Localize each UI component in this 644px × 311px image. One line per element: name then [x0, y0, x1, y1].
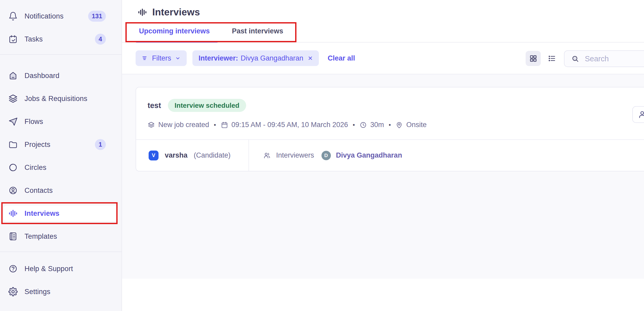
job-stage: New job created — [148, 121, 209, 129]
gear-icon — [8, 287, 18, 296]
sidebar-item-label: Projects — [25, 141, 88, 149]
filters-button[interactable]: Filters — [136, 50, 187, 66]
sidebar-item-circles[interactable]: Circles — [4, 160, 118, 175]
clear-all-link[interactable]: Clear all — [328, 54, 355, 62]
sidebar-item-tasks[interactable]: Tasks 4 — [4, 31, 118, 47]
interview-meta-row: New job created • 09:15 AM - 09:45 AM, 1… — [148, 121, 644, 129]
home-icon — [8, 71, 18, 80]
folder-icon — [8, 140, 18, 149]
sidebar-divider — [0, 252, 121, 252]
list-view-button[interactable] — [544, 51, 560, 66]
interviewers-label: Interviewers — [276, 151, 314, 159]
user-icon — [638, 110, 644, 119]
interview-time: 09:15 AM - 09:45 AM, 10 March 2026 — [221, 121, 348, 129]
interview-duration: 30m — [360, 121, 384, 129]
sidebar-item-label: Interviews — [25, 210, 113, 218]
tasks-count-badge: 4 — [95, 34, 106, 45]
grid-view-icon — [529, 54, 537, 63]
tab-past-interviews[interactable]: Past interviews — [232, 27, 283, 42]
candidate-name: varsha — [165, 151, 187, 159]
participants-row: V varsha (Candidate) Interviewers D Divy… — [136, 140, 644, 171]
sidebar-item-label: Contacts — [25, 187, 113, 195]
status-badge: Interview scheduled — [168, 99, 246, 112]
filter-chip-label: Interviewer: — [199, 54, 238, 62]
chevron-down-icon — [175, 55, 181, 61]
user-circle-icon — [8, 186, 18, 195]
sidebar-item-projects[interactable]: Projects 1 — [4, 137, 118, 152]
sidebar-item-label: Templates — [25, 232, 113, 241]
sidebar-divider — [0, 54, 121, 55]
sidebar-item-settings[interactable]: Settings — [4, 284, 118, 300]
notifications-count-badge: 131 — [88, 11, 106, 22]
sidebar-item-interviews[interactable]: Interviews — [4, 206, 118, 221]
interview-location: Onsite — [396, 121, 427, 129]
calendar-check-icon — [8, 34, 18, 44]
paper-plane-icon — [8, 117, 18, 126]
candidate-role: (Candidate) — [194, 151, 230, 159]
remove-filter-icon[interactable]: × — [308, 54, 313, 62]
candidate-avatar: V — [149, 151, 159, 160]
clock-icon — [360, 121, 367, 129]
layers-icon — [148, 121, 155, 129]
sidebar-item-label: Tasks — [25, 35, 88, 43]
calendar-icon — [221, 121, 228, 129]
projects-count-badge: 1 — [95, 139, 106, 150]
help-circle-icon — [8, 264, 18, 273]
interviewer-avatar: D — [321, 151, 331, 160]
filter-chip-interviewer[interactable]: Interviewer: Divya Gangadharan × — [192, 50, 319, 66]
waveform-icon — [8, 209, 18, 218]
sidebar-item-label: Circles — [25, 164, 113, 172]
filter-chip-value: Divya Gangadharan — [241, 54, 303, 62]
tab-upcoming-interviews[interactable]: Upcoming interviews — [139, 27, 210, 42]
list-view-icon — [548, 54, 556, 63]
sidebar-item-flows[interactable]: Flows — [4, 114, 118, 129]
sidebar-item-label: Jobs & Requisitions — [25, 95, 113, 103]
users-icon — [263, 152, 271, 159]
sidebar-item-notifications[interactable]: Notifications 131 — [4, 8, 118, 24]
sidebar-item-help-support[interactable]: Help & Support — [4, 261, 118, 277]
candidate-cell[interactable]: V varsha (Candidate) — [136, 140, 248, 171]
tab-bar: Upcoming interviews Past interviews — [122, 19, 644, 43]
sidebar-item-label: Notifications — [25, 12, 81, 20]
interview-card-summary: test Interview scheduled New job created… — [136, 87, 644, 139]
dot-separator: • — [353, 121, 355, 129]
bell-icon — [8, 11, 18, 21]
dot-separator: • — [214, 121, 216, 129]
circle-half-icon — [8, 163, 18, 172]
sidebar-item-templates[interactable]: Templates — [4, 229, 118, 244]
search-box[interactable] — [564, 50, 644, 67]
sidebar: Notifications 131 Tasks 4 Dashboard Jobs… — [0, 0, 122, 311]
grid-view-button[interactable] — [526, 51, 541, 66]
interview-card[interactable]: test Interview scheduled New job created… — [136, 87, 644, 171]
filters-toolbar: Filters Interviewer: Divya Gangadharan ×… — [122, 43, 644, 74]
notebook-icon — [8, 232, 18, 241]
search-input[interactable] — [585, 55, 644, 63]
sidebar-item-contacts[interactable]: Contacts — [4, 183, 118, 198]
assign-interviewer-button[interactable] — [632, 106, 644, 123]
sidebar-item-jobs-requisitions[interactable]: Jobs & Requisitions — [4, 91, 118, 106]
sidebar-item-dashboard[interactable]: Dashboard — [4, 68, 118, 83]
page-header: Interviews — [122, 0, 644, 19]
sidebar-item-label: Flows — [25, 118, 113, 126]
waveform-icon — [138, 8, 147, 17]
dot-separator: • — [389, 121, 391, 129]
map-pin-icon — [396, 121, 403, 129]
filters-button-label: Filters — [152, 54, 171, 62]
search-icon — [571, 55, 579, 63]
page-title: Interviews — [152, 7, 200, 18]
interviewer-name[interactable]: Divya Gangadharan — [336, 151, 402, 159]
filter-lines-icon — [141, 55, 149, 62]
sidebar-item-label: Help & Support — [25, 265, 113, 273]
interviewers-cell: Interviewers D Divya Gangadharan — [249, 140, 402, 171]
layers-icon — [8, 94, 18, 103]
sidebar-item-label: Dashboard — [25, 72, 113, 80]
main-content: Interviews Upcoming interviews Past inte… — [122, 0, 644, 311]
sidebar-item-label: Settings — [25, 288, 113, 296]
interview-title: test — [148, 101, 161, 110]
content-area: test Interview scheduled New job created… — [122, 74, 644, 279]
